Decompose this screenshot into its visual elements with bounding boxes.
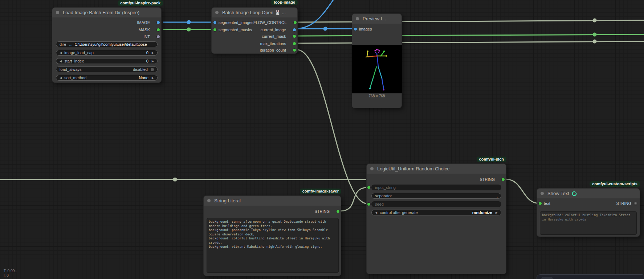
node-titlebar[interactable]: Load Image Batch From Dir (Inspire) (52, 8, 161, 17)
previous-arrow-icon[interactable]: ◀ (375, 211, 377, 214)
control-after-generate-widget[interactable]: ◀ control after generate randomize ▶ (371, 210, 501, 215)
widget-label: separator (375, 194, 392, 198)
input-port-images[interactable] (354, 28, 357, 31)
input-label: text (544, 201, 550, 206)
collapse-dot-icon[interactable] (356, 17, 359, 20)
node-titlebar[interactable]: Preview I... (352, 14, 402, 24)
output-port-mask[interactable] (157, 28, 160, 31)
collapse-dot-icon[interactable] (541, 192, 544, 195)
show-text-output-area[interactable]: background: colorful bustling Takeshita … (540, 211, 637, 235)
node-show-text[interactable]: Show Text text STRING background: colorf… (537, 188, 640, 237)
input-port-seed[interactable] (367, 203, 370, 206)
collapse-dot-icon[interactable] (207, 199, 211, 202)
execution-stats: T: 0.00s I: 0 (4, 268, 16, 278)
output-row: INT (52, 33, 161, 40)
input-string-widget[interactable]: input_string (371, 185, 501, 190)
port-row: iteration_count (212, 47, 297, 53)
node-title: Load Image Batch From Dir (Inspire) (63, 10, 139, 15)
port-row: images (352, 26, 402, 32)
node-partial-bottom[interactable] (537, 274, 644, 279)
input-label: segmented_masks (219, 28, 252, 32)
output-port-current-mask[interactable] (293, 35, 296, 38)
output-port-string[interactable] (337, 210, 339, 213)
increment-arrow-icon[interactable]: ▶ (152, 60, 154, 63)
output-port-flow-control[interactable] (294, 21, 297, 24)
widget-label: sort_method (64, 76, 86, 80)
start-index-widget[interactable]: ◀ start_index 0 ▶ (56, 58, 158, 64)
node-badge: comfyui-inspire-pack (118, 0, 163, 6)
grid-dots-icon (633, 202, 637, 206)
node-graph-canvas[interactable]: comfyui-inspire-pack loop-image comfyui-… (0, 0, 644, 279)
node-titlebar[interactable]: LogicUtil_Uniform Random Choice (367, 164, 506, 174)
execution-time: T: 0.00s (4, 268, 16, 273)
port-row: segmented_masks current_image (212, 27, 297, 33)
node-badge: comfy-image-saver (300, 189, 341, 194)
separator-widget[interactable]: separator , (371, 193, 501, 199)
output-row: STRING (367, 176, 506, 183)
node-titlebar[interactable]: Show Text (537, 189, 640, 198)
node-title: Batch Image Loop Open 🐰 ... (222, 10, 286, 15)
widget-value: C:\Users\syui\git\comfyui\user\default\p… (75, 42, 147, 46)
widget-label: seed (375, 202, 384, 206)
port-row: max_iterations (212, 40, 297, 47)
reroute-dot[interactable] (323, 27, 327, 31)
toggle-knob-icon[interactable] (151, 68, 154, 71)
wire-current-mask (297, 35, 644, 36)
reroute-dot[interactable] (593, 40, 597, 44)
widget-value: 0 (146, 59, 148, 63)
load-always-toggle[interactable]: load_always disabled (56, 66, 158, 72)
directory-widget[interactable]: dire ... C:\Users\syui\git\comfyui\user\… (56, 41, 158, 47)
decrement-arrow-icon[interactable]: ◀ (60, 51, 62, 54)
output-label: MASK (139, 28, 150, 32)
output-port-string[interactable] (502, 178, 505, 181)
input-port-segmented-masks[interactable] (213, 28, 216, 31)
node-title: Preview I... (363, 16, 386, 21)
input-label: images (359, 27, 372, 31)
output-row: STRING (204, 208, 341, 215)
next-arrow-icon[interactable]: ▶ (152, 76, 154, 80)
output-port-int[interactable] (157, 35, 160, 38)
input-port-input-string[interactable] (367, 186, 370, 189)
next-arrow-icon[interactable]: ▶ (496, 211, 498, 214)
node-badge: comfyui-jdcn (477, 157, 506, 162)
string-literal-textarea[interactable]: background: sunny afternoon on a quiet O… (207, 218, 339, 273)
node-string-literal[interactable]: String Literal STRING background: sunny … (203, 195, 341, 276)
node-titlebar[interactable]: Batch Image Loop Open 🐰 ... (212, 8, 297, 17)
input-port-segmented-images[interactable] (213, 21, 216, 24)
output-label: max_iterations (260, 41, 286, 46)
increment-arrow-icon[interactable]: ▶ (152, 51, 154, 54)
wire-current-image-up (297, 0, 335, 29)
input-port-text[interactable] (539, 202, 542, 205)
node-preview-image[interactable]: Preview I... images (352, 13, 402, 108)
image-load-cap-widget[interactable]: ◀ image_load_cap 0 ▶ (56, 50, 158, 56)
reroute-dot[interactable] (593, 19, 597, 23)
previous-arrow-icon[interactable]: ◀ (60, 76, 62, 80)
widget-label: input_string (375, 185, 396, 190)
output-port-image[interactable] (157, 21, 160, 24)
output-row: MASK (52, 27, 161, 33)
collapse-dot-icon[interactable] (56, 11, 59, 14)
collapse-dot-icon[interactable] (370, 167, 374, 170)
wire-flow-control (297, 20, 644, 22)
reroute-dot[interactable] (173, 178, 177, 182)
collapse-dot-icon[interactable] (215, 11, 219, 14)
reroute-dot[interactable] (187, 28, 191, 32)
decrement-arrow-icon[interactable]: ◀ (60, 60, 62, 63)
node-batch-image-loop[interactable]: Batch Image Loop Open 🐰 ... segmented_im… (211, 7, 298, 54)
output-port-current-image[interactable] (293, 28, 296, 31)
reroute-dot[interactable] (593, 33, 597, 37)
node-logicutil-random-choice[interactable]: LogicUtil_Uniform Random Choice STRING i… (366, 163, 506, 274)
widget-value: 0 (146, 50, 148, 55)
collapse-pill (541, 277, 553, 279)
output-port-iteration-count[interactable] (293, 49, 296, 52)
sort-method-widget[interactable]: ◀ sort_method None ▶ (56, 75, 158, 81)
node-load-image-batch[interactable]: Load Image Batch From Dir (Inspire) IMAG… (52, 7, 162, 83)
seed-widget[interactable]: seed (371, 201, 501, 207)
port-row: segmented_images FLOW_CONTROL (212, 19, 297, 26)
widget-value: None (139, 76, 148, 80)
reroute-dot[interactable] (187, 20, 191, 24)
node-titlebar[interactable]: String Literal (204, 196, 341, 206)
openpose-skeleton (352, 45, 402, 93)
output-port-max-iterations[interactable] (293, 42, 296, 45)
preview-image-thumbnail[interactable] (352, 45, 402, 93)
